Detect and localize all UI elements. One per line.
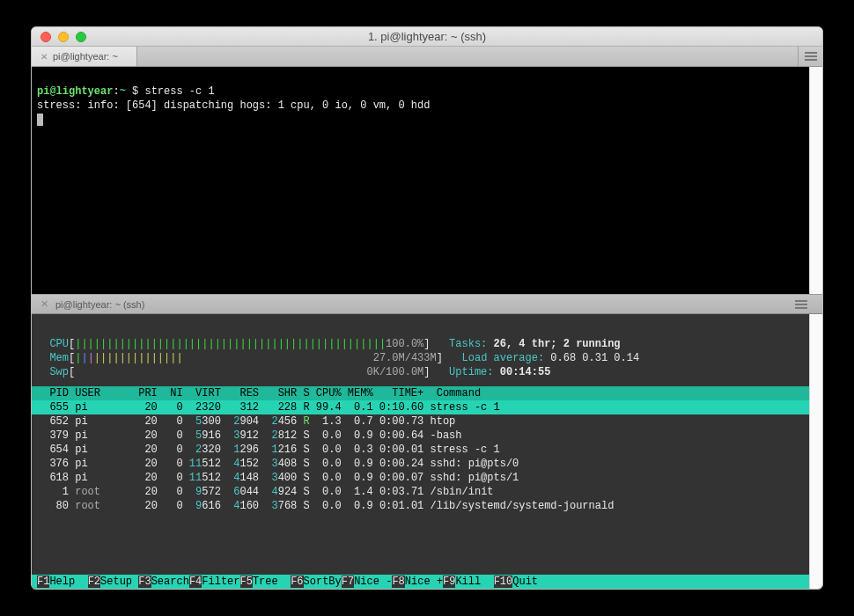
cpu-label: CPU xyxy=(49,338,69,350)
table-row[interactable]: 80 root 20 0 9616 4160 3768 S 0.0 0.9 0:… xyxy=(37,499,817,513)
terminal-window: 1. pi@lightyear: ~ (ssh) ✕ pi@lightyear:… xyxy=(31,26,823,590)
split-panes: pi@lightyear:~ $ stress -c 1 stress: inf… xyxy=(32,67,822,589)
hamburger-icon[interactable] xyxy=(798,47,822,66)
pane-hamburger-icon[interactable] xyxy=(789,298,814,311)
fkey-bar: F1Help F2Setup F3SearchF4FilterF5Tree F6… xyxy=(32,575,809,589)
pane-label: pi@lightyear: ~ (ssh) xyxy=(55,299,144,310)
htop-meters: CPU[||||||||||||||||||||||||||||||||||||… xyxy=(37,337,817,379)
tab-session-1[interactable]: ✕ pi@lightyear: ~ xyxy=(32,47,137,66)
uptime-value: 00:14:55 xyxy=(500,366,551,378)
uptime-label: Uptime: xyxy=(449,366,493,378)
tab-close-icon[interactable]: ✕ xyxy=(40,52,48,62)
close-icon[interactable] xyxy=(40,32,51,42)
table-row[interactable]: 376 pi 20 0 11512 4152 3408 S 0.0 0.9 0:… xyxy=(37,457,817,471)
minimize-icon[interactable] xyxy=(58,32,69,42)
zoom-icon[interactable] xyxy=(76,32,86,42)
mem-value: 27.0M/433M xyxy=(373,352,437,364)
table-row[interactable]: 1 root 20 0 9572 6044 4924 S 0.0 1.4 0:0… xyxy=(37,485,817,499)
prompt-symbol: $ xyxy=(132,85,138,98)
pane-top[interactable]: pi@lightyear:~ $ stress -c 1 stress: inf… xyxy=(32,67,822,294)
prompt-user: pi@lightyear xyxy=(37,85,113,98)
prompt-path: ~ xyxy=(120,85,126,98)
mem-label: Mem xyxy=(49,352,69,364)
pane-bottom[interactable]: CPU[||||||||||||||||||||||||||||||||||||… xyxy=(32,314,822,589)
tab-label: pi@lightyear: ~ xyxy=(53,51,118,62)
swp-label: Swp xyxy=(49,366,69,378)
table-row[interactable]: 618 pi 20 0 11512 4148 3400 S 0.0 0.9 0:… xyxy=(37,471,817,485)
tab-empty-area xyxy=(137,47,798,66)
command-text: stress -c 1 xyxy=(144,85,214,98)
pane-separator[interactable]: ✕ pi@lightyear: ~ (ssh) xyxy=(32,294,822,314)
table-row[interactable]: 655 pi 20 0 2320 312 228 R 99.4 0.1 0:10… xyxy=(32,400,822,414)
cursor-icon xyxy=(37,114,43,126)
pane-close-icon[interactable]: ✕ xyxy=(40,298,48,310)
tabstrip: ✕ pi@lightyear: ~ xyxy=(32,47,822,67)
process-header[interactable]: PID USER PRI NI VIRT RES SHR S CPU% MEM%… xyxy=(32,386,822,400)
cpu-value: 100.0% xyxy=(386,338,423,350)
scrollbar-bottom[interactable] xyxy=(809,314,822,589)
table-row[interactable]: 652 pi 20 0 5300 2904 2456 R 1.3 0.7 0:0… xyxy=(37,414,817,429)
load-value: 0.68 0.31 0.14 xyxy=(550,352,639,364)
output-line: stress: info: [654] dispatching hogs: 1 … xyxy=(37,99,430,112)
window-title: 1. pi@lightyear: ~ (ssh) xyxy=(32,30,822,43)
tasks-value: 26, 4 thr; 2 running xyxy=(494,338,621,350)
tasks-label: Tasks: xyxy=(449,338,487,350)
load-label: Load average: xyxy=(462,352,545,364)
scrollbar-top[interactable] xyxy=(809,67,822,294)
table-row[interactable]: 379 pi 20 0 5916 3912 2812 S 0.0 0.9 0:0… xyxy=(37,429,817,443)
swp-value: 0K/100.0M xyxy=(366,366,423,378)
titlebar: 1. pi@lightyear: ~ (ssh) xyxy=(32,27,822,47)
traffic-lights xyxy=(32,32,86,42)
table-row[interactable]: 654 pi 20 0 2320 1296 1216 S 0.0 0.3 0:0… xyxy=(37,443,817,457)
